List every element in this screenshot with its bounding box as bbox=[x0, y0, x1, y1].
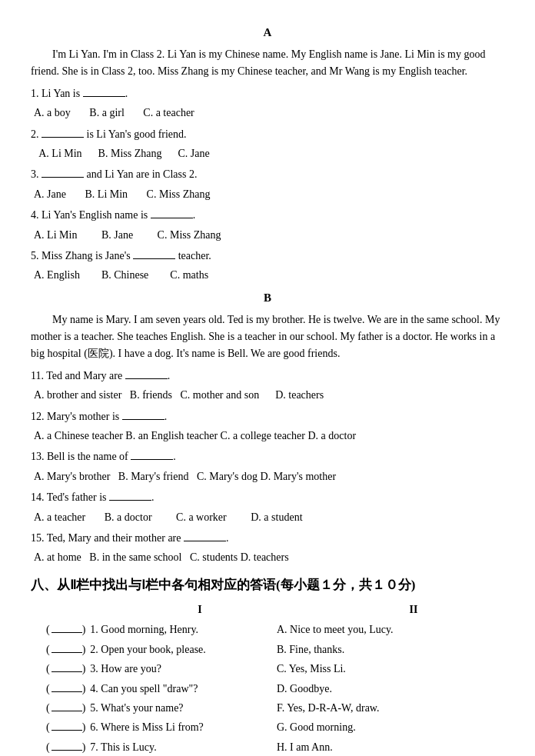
section-a-passage: I'm Li Yan. I'm in Class 2. Li Yan is my… bbox=[31, 46, 504, 81]
match-blank-6 bbox=[52, 730, 82, 731]
section-a: A I'm Li Yan. I'm in Class 2. Li Yan is … bbox=[31, 23, 504, 285]
match-blank-7 bbox=[52, 750, 82, 751]
match-num-2: 2. Open your book, please. bbox=[90, 641, 205, 658]
match-answer-4: D. Goodbye. bbox=[277, 681, 504, 698]
q2-num: 2. bbox=[31, 128, 42, 140]
q5-text: teacher. bbox=[175, 250, 211, 261]
q14-end: . bbox=[151, 491, 155, 503]
q3-blank bbox=[42, 177, 84, 178]
q15-blank bbox=[184, 541, 226, 541]
part-8-title: 八、从Ⅱ栏中找出与Ⅰ栏中各句相对应的答语(每小题１分，共１０分) bbox=[31, 574, 504, 595]
q15-num: 15. Ted, Mary and their mother are bbox=[31, 532, 184, 544]
question-13: 13. Bell is the name of . bbox=[31, 448, 504, 465]
q13-blank bbox=[131, 459, 173, 460]
match-num-5: 5. What's your name? bbox=[90, 700, 183, 717]
q11-num: 11. Ted and Mary are bbox=[31, 370, 125, 381]
q13-num: 13. Bell is the name of bbox=[31, 451, 131, 462]
q2-options: A. Li Min B. Miss Zhang C. Jane bbox=[31, 145, 504, 162]
q11-blank bbox=[125, 378, 168, 379]
match-answer-3: C. Yes, Miss Li. bbox=[277, 661, 504, 678]
q3-num: 3. bbox=[31, 168, 42, 180]
q13-options: A. Mary's brother B. Mary's friend C. Ma… bbox=[31, 468, 504, 485]
q3-text: and Li Yan are in Class 2. bbox=[84, 168, 197, 180]
q4-num: 4. Li Yan's English name is bbox=[31, 209, 151, 221]
q5-options: A. English B. Chinese C. maths bbox=[31, 267, 504, 284]
question-5: 5. Miss Zhang is Jane's teacher. bbox=[31, 248, 504, 265]
question-4: 4. Li Yan's English name is . bbox=[31, 207, 504, 224]
match-row-1: ( ) 1. Good morning, Henry. A. Nice to m… bbox=[31, 621, 504, 638]
match-num-4: 4. Can you spell "draw"? bbox=[90, 681, 198, 698]
match-blank-5 bbox=[52, 711, 82, 711]
match-row-7: ( ) 7. This is Lucy. H. I am Ann. bbox=[31, 739, 504, 756]
match-blank-2 bbox=[52, 652, 82, 653]
question-15: 15. Ted, Mary and their mother are . bbox=[31, 530, 504, 547]
q13-end: . bbox=[173, 451, 176, 462]
q4-end: . bbox=[193, 209, 196, 221]
question-3: 3. and Li Yan are in Class 2. bbox=[31, 166, 504, 183]
q3-options: A. Jane B. Li Min C. Miss Zhang bbox=[31, 186, 504, 203]
question-11: 11. Ted and Mary are . bbox=[31, 368, 504, 385]
col1-header: I bbox=[77, 601, 323, 618]
question-12: 12. Mary's mother is . bbox=[31, 408, 504, 425]
match-blank-3 bbox=[52, 671, 82, 672]
section-b: B My name is Mary. I am seven years old.… bbox=[31, 288, 504, 567]
match-num-6: 6. Where is Miss Li from? bbox=[90, 719, 204, 736]
section-b-passage: My name is Mary. I am seven years old. T… bbox=[31, 311, 504, 363]
match-row-2: ( ) 2. Open your book, please. B. Fine, … bbox=[31, 641, 504, 658]
q12-num: 12. Mary's mother is bbox=[31, 411, 122, 422]
q5-blank bbox=[133, 258, 175, 259]
q11-end: . bbox=[168, 370, 171, 381]
q15-options: A. at home B. in the same school C. stud… bbox=[31, 549, 504, 566]
question-14: 14. Ted's father is . bbox=[31, 489, 504, 506]
match-answer-2: B. Fine, thanks. bbox=[277, 641, 504, 658]
match-num-1: 1. Good morning, Henry. bbox=[90, 621, 198, 638]
match-answer-1: A. Nice to meet you, Lucy. bbox=[277, 621, 504, 638]
match-num-7: 7. This is Lucy. bbox=[90, 739, 156, 756]
q12-blank bbox=[122, 419, 164, 420]
part-8: 八、从Ⅱ栏中找出与Ⅰ栏中各句相对应的答语(每小题１分，共１０分) I II ( … bbox=[31, 574, 504, 756]
q1-blank bbox=[83, 96, 125, 97]
section-b-title: B bbox=[31, 288, 504, 307]
q1-options: A. a boy B. a girl C. a teacher bbox=[31, 105, 504, 122]
q14-blank bbox=[109, 500, 151, 501]
q5-num: 5. Miss Zhang is Jane's bbox=[31, 250, 133, 261]
match-blank-4 bbox=[52, 691, 82, 692]
section-a-title: A bbox=[31, 23, 504, 42]
q1-num: 1. Li Yan is bbox=[31, 88, 83, 99]
match-row-6: ( ) 6. Where is Miss Li from? G. Good mo… bbox=[31, 719, 504, 736]
match-answer-6: G. Good morning. bbox=[277, 719, 504, 736]
match-num-3: 3. How are you? bbox=[90, 661, 161, 678]
match-row-5: ( ) 5. What's your name? F. Yes, D-R-A-W… bbox=[31, 700, 504, 717]
q1-end: . bbox=[125, 88, 128, 99]
q4-blank bbox=[151, 218, 193, 218]
match-row-4: ( ) 4. Can you spell "draw"? D. Goodbye. bbox=[31, 681, 504, 698]
q12-options: A. a Chinese teacher B. an English teach… bbox=[31, 428, 504, 445]
match-answer-7: H. I am Ann. bbox=[277, 739, 504, 756]
q15-end: . bbox=[226, 532, 229, 544]
q14-options: A. a teacher B. a doctor C. a worker D. … bbox=[31, 509, 504, 526]
q4-options: A. Li Min B. Jane C. Miss Zhang bbox=[31, 227, 504, 244]
q11-options: A. brother and sister B. friends C. moth… bbox=[31, 387, 504, 404]
q2-blank bbox=[42, 137, 84, 138]
question-1: 1. Li Yan is . bbox=[31, 85, 504, 102]
match-answer-5: F. Yes, D-R-A-W, draw. bbox=[277, 700, 504, 717]
q14-num: 14. Ted's father is bbox=[31, 491, 109, 503]
q12-end: . bbox=[164, 411, 168, 422]
match-blank-1 bbox=[52, 632, 82, 633]
matching-section: I II ( ) 1. Good morning, Henry. A. Nice… bbox=[31, 601, 504, 756]
q2-text: is Li Yan's good friend. bbox=[84, 128, 187, 140]
col2-header: II bbox=[323, 601, 504, 618]
question-2: 2. is Li Yan's good friend. bbox=[31, 126, 504, 143]
match-row-3: ( ) 3. How are you? C. Yes, Miss Li. bbox=[31, 661, 504, 678]
